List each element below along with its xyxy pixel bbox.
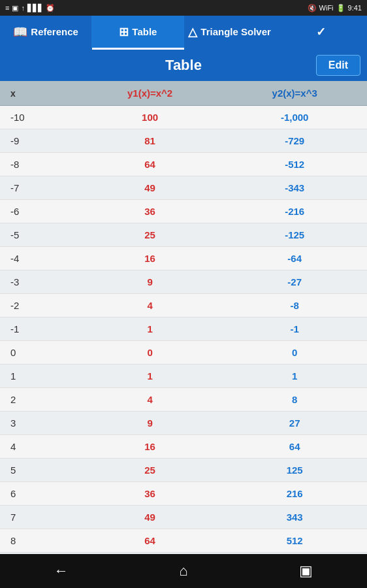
home-button[interactable]: ⌂ <box>168 555 199 587</box>
cell-y2: -1 <box>222 318 367 341</box>
cell-y1: 16 <box>78 247 223 270</box>
cell-y2: -512 <box>222 153 367 176</box>
cell-y2: 0 <box>222 341 367 365</box>
table-row: 41664 <box>0 435 367 459</box>
table-row: -24-8 <box>0 294 367 318</box>
cell-x: 2 <box>0 388 78 412</box>
time-display: 9:41 <box>348 4 362 12</box>
cell-y2: -8 <box>222 294 367 318</box>
table-row: -525-125 <box>0 223 367 247</box>
cell-y2: 343 <box>222 506 367 529</box>
col-x-header: x <box>0 81 78 106</box>
cell-y2: 125 <box>222 459 367 482</box>
back-icon: ← <box>54 563 69 580</box>
cell-y1: 4 <box>78 388 223 412</box>
cell-x: 6 <box>0 482 78 506</box>
cell-y2: -216 <box>222 200 367 223</box>
wifi-icon: WiFi <box>319 4 334 12</box>
cell-x: -7 <box>0 176 78 200</box>
table-row: -636-216 <box>0 200 367 223</box>
table-row: 749343 <box>0 506 367 529</box>
home-icon: ⌂ <box>179 563 187 580</box>
tab-triangle[interactable]: △ Triangle Solver <box>184 16 276 50</box>
table-row: -864-512 <box>0 153 367 176</box>
cell-y1: 25 <box>78 223 223 247</box>
check-icon: ✓ <box>316 25 326 39</box>
alarm-icon: ⏰ <box>46 4 55 12</box>
table-header-row: x y1(x)=x^2 y2(x)=x^3 <box>0 81 367 106</box>
cell-x: -1 <box>0 318 78 341</box>
cell-x: 1 <box>0 365 78 388</box>
tab-table[interactable]: ⊞ Table <box>92 16 184 50</box>
cell-y2: -64 <box>222 247 367 270</box>
table-row: 000 <box>0 341 367 365</box>
cell-y2: -125 <box>222 223 367 247</box>
tab-triangle-label: Triangle Solver <box>200 26 271 37</box>
cell-y2: 64 <box>222 435 367 459</box>
table-row: 636216 <box>0 482 367 506</box>
table-body: -10100-1,000-981-729-864-512-749-343-636… <box>0 106 367 555</box>
cell-y1: 9 <box>78 412 223 435</box>
table-row: -416-64 <box>0 247 367 270</box>
cell-x: 7 <box>0 506 78 529</box>
triangle-icon: △ <box>188 25 197 39</box>
cell-y1: 49 <box>78 506 223 529</box>
col-y1-header: y1(x)=x^2 <box>78 81 223 106</box>
col-y2-header: y2(x)=x^3 <box>222 81 367 106</box>
mute-icon: 🔇 <box>308 4 317 12</box>
tab-reference-label: Reference <box>31 26 78 37</box>
cell-y1: 36 <box>78 482 223 506</box>
cell-x: -10 <box>0 106 78 129</box>
cell-y1: 4 <box>78 294 223 318</box>
recents-button[interactable]: ▣ <box>290 555 321 587</box>
cell-x: 8 <box>0 529 78 553</box>
table-row: 525125 <box>0 459 367 482</box>
tab-table-label: Table <box>132 26 157 37</box>
cell-y1: 36 <box>78 200 223 223</box>
cell-x: 4 <box>0 435 78 459</box>
table-row: -981-729 <box>0 129 367 153</box>
status-icons-left: ≡ ▣ ↑ ▋▋▋ ⏰ <box>5 4 55 12</box>
table-row: -39-27 <box>0 270 367 294</box>
cell-x: -2 <box>0 294 78 318</box>
tab-bar: 📖 Reference ⊞ Table △ Triangle Solver ✓ <box>0 16 367 50</box>
tab-check[interactable]: ✓ <box>276 16 367 50</box>
battery-icon: 🔋 <box>336 4 345 12</box>
page-title: Table <box>165 57 202 74</box>
edit-button[interactable]: Edit <box>316 55 360 76</box>
cell-y2: -343 <box>222 176 367 200</box>
cell-y1: 25 <box>78 459 223 482</box>
cell-y1: 1 <box>78 365 223 388</box>
table-row: -749-343 <box>0 176 367 200</box>
cell-y1: 64 <box>78 153 223 176</box>
cell-x: 5 <box>0 459 78 482</box>
bottom-nav: ← ⌂ ▣ <box>0 554 367 588</box>
data-table: x y1(x)=x^2 y2(x)=x^3 -10100-1,000-981-7… <box>0 81 367 554</box>
cell-x: -8 <box>0 153 78 176</box>
cell-y2: -1,000 <box>222 106 367 129</box>
cell-x: -5 <box>0 223 78 247</box>
table-row: -11-1 <box>0 318 367 341</box>
back-button[interactable]: ← <box>46 555 77 587</box>
cell-y1: 100 <box>78 106 223 129</box>
table-container: x y1(x)=x^2 y2(x)=x^3 -10100-1,000-981-7… <box>0 81 367 554</box>
table-row: 111 <box>0 365 367 388</box>
menu-icon: ≡ <box>5 4 9 12</box>
cell-y2: 216 <box>222 482 367 506</box>
notification-icon: ▣ <box>12 4 18 12</box>
upload-icon: ↑ <box>21 4 25 12</box>
cell-y2: -729 <box>222 129 367 153</box>
table-row: 864512 <box>0 529 367 553</box>
cell-y1: 0 <box>78 341 223 365</box>
tab-reference[interactable]: 📖 Reference <box>0 16 92 50</box>
cell-y2: 512 <box>222 529 367 553</box>
table-row: 248 <box>0 388 367 412</box>
cell-x: -6 <box>0 200 78 223</box>
cell-y2: -27 <box>222 270 367 294</box>
status-bar: ≡ ▣ ↑ ▋▋▋ ⏰ 🔇 WiFi 🔋 9:41 <box>0 0 367 16</box>
cell-y1: 16 <box>78 435 223 459</box>
cell-x: -4 <box>0 247 78 270</box>
cell-x: 3 <box>0 412 78 435</box>
cell-y1: 81 <box>78 129 223 153</box>
table-row: 3927 <box>0 412 367 435</box>
